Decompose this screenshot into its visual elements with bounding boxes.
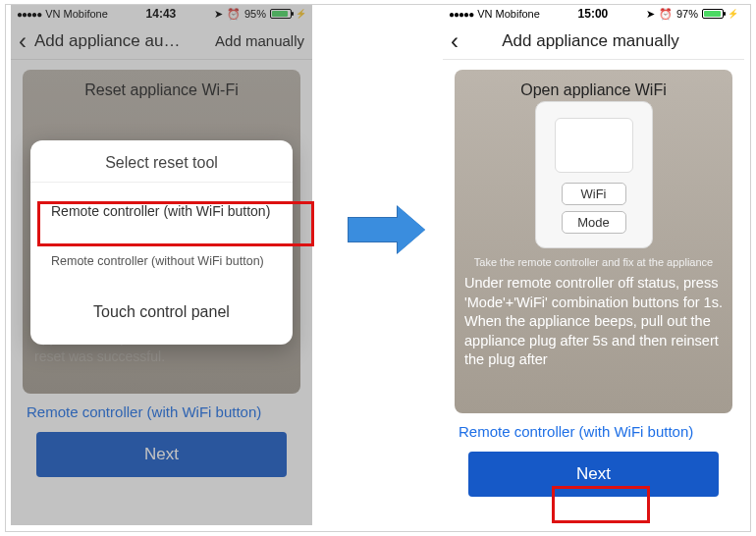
signal-dots-icon: ●●●●● xyxy=(449,9,473,20)
canvas: ●●●●● VN Mobifone 14:43 ➤ ⏰ 95% ⚡ ‹ Add … xyxy=(5,4,751,532)
remote-mode-button: Mode xyxy=(562,211,626,234)
back-icon[interactable]: ‹ xyxy=(19,29,27,53)
carrier-label: VN Mobifone xyxy=(477,8,540,20)
option-remote-wifi[interactable]: Remote controller (with WiFi button) xyxy=(38,188,285,234)
reset-tool-modal: Select reset tool Remote controller (wit… xyxy=(30,140,293,345)
back-icon[interactable]: ‹ xyxy=(451,29,459,53)
option-remote-no-wifi[interactable]: Remote controller (without WiFi button) xyxy=(38,240,285,283)
card-hint: Take the remote controller and fix at th… xyxy=(464,256,723,268)
battery-percent: 97% xyxy=(676,8,698,20)
status-bar: ●●●●● VN Mobifone 14:43 ➤ ⏰ 95% ⚡ xyxy=(11,5,312,23)
remote-screen xyxy=(555,118,633,173)
alarm-icon: ⏰ xyxy=(227,8,241,21)
phone-left: ●●●●● VN Mobifone 14:43 ➤ ⏰ 95% ⚡ ‹ Add … xyxy=(11,5,312,525)
option-touch-panel[interactable]: Touch control panel xyxy=(38,289,285,335)
battery-icon xyxy=(270,9,292,19)
card-instructions: Under remote controller off status, pres… xyxy=(464,274,723,370)
phone-right: ●●●●● VN Mobifone 15:00 ➤ ⏰ 97% ⚡ ‹ Add … xyxy=(443,5,744,525)
next-button[interactable]: Next xyxy=(36,432,287,477)
modal-title: Select reset tool xyxy=(30,140,293,183)
location-icon: ➤ xyxy=(214,8,223,21)
location-icon: ➤ xyxy=(646,8,655,21)
selected-tool-link[interactable]: Remote controller (with WiFi button) xyxy=(455,413,732,444)
remote-wifi-button: WiFi xyxy=(562,183,626,205)
card-title: Open appliance WiFi xyxy=(464,81,723,99)
nav-bar: ‹ Add appliance manually xyxy=(443,23,744,60)
add-manually-button[interactable]: Add manually xyxy=(215,32,304,49)
status-time: 15:00 xyxy=(578,7,609,21)
alarm-icon: ⏰ xyxy=(659,8,673,21)
page-title: Add appliance manually xyxy=(466,31,715,51)
instruction-card: Open appliance WiFi WiFi Mode Take the r… xyxy=(455,70,732,413)
selected-tool-link[interactable]: Remote controller (with WiFi button) xyxy=(23,394,300,424)
battery-icon xyxy=(702,9,724,19)
arrow-icon xyxy=(348,206,426,253)
content-area: Open appliance WiFi WiFi Mode Take the r… xyxy=(443,60,744,525)
next-button[interactable]: Next xyxy=(468,452,719,497)
signal-dots-icon: ●●●●● xyxy=(17,9,41,20)
status-bar: ●●●●● VN Mobifone 15:00 ➤ ⏰ 97% ⚡ xyxy=(443,5,744,23)
carrier-label: VN Mobifone xyxy=(45,8,108,20)
remote-illustration: WiFi Mode xyxy=(535,101,653,248)
card-title: Reset appliance Wi-Fi xyxy=(32,81,291,99)
status-time: 14:43 xyxy=(146,7,177,21)
nav-bar: ‹ Add appliance au… Add manually xyxy=(11,23,312,60)
charging-icon: ⚡ xyxy=(728,9,738,19)
charging-icon: ⚡ xyxy=(296,9,306,19)
battery-percent: 95% xyxy=(244,8,266,20)
page-title: Add appliance au… xyxy=(34,31,207,51)
